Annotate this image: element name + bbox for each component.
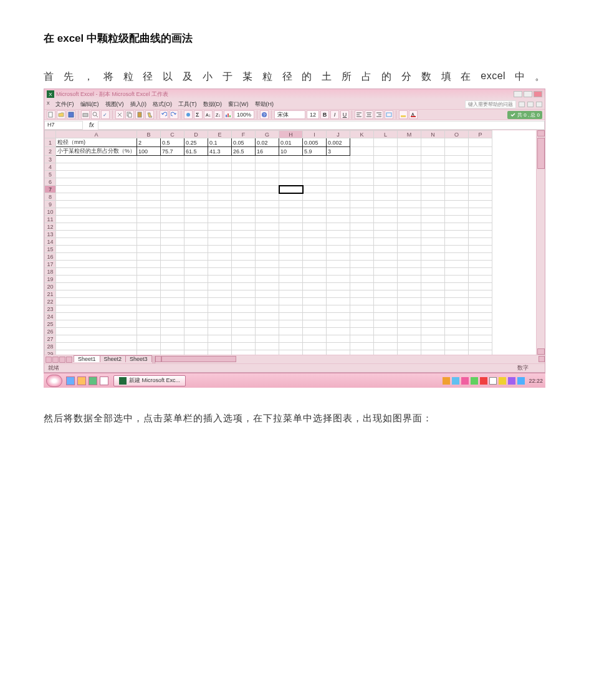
cell[interactable] bbox=[327, 276, 350, 283]
cell[interactable] bbox=[303, 231, 327, 238]
print-preview-icon[interactable] bbox=[91, 110, 100, 119]
cell[interactable] bbox=[398, 313, 421, 320]
cell[interactable] bbox=[445, 283, 469, 290]
cell[interactable] bbox=[232, 290, 256, 298]
row-header[interactable]: 15 bbox=[45, 246, 56, 253]
cell[interactable] bbox=[208, 223, 232, 231]
cell[interactable] bbox=[279, 231, 303, 238]
cell[interactable] bbox=[327, 178, 350, 186]
cell[interactable] bbox=[279, 350, 303, 355]
cell[interactable] bbox=[184, 216, 208, 223]
cell[interactable] bbox=[56, 253, 137, 261]
cell[interactable] bbox=[469, 328, 492, 335]
cell[interactable]: 0.05 bbox=[232, 138, 256, 147]
cell[interactable] bbox=[232, 193, 256, 201]
cell[interactable]: 16 bbox=[256, 147, 279, 156]
cell[interactable] bbox=[303, 193, 327, 201]
cell[interactable] bbox=[469, 147, 492, 156]
cell[interactable] bbox=[137, 283, 161, 290]
cell[interactable] bbox=[469, 193, 492, 201]
cell[interactable] bbox=[137, 238, 161, 246]
cell[interactable] bbox=[232, 343, 256, 350]
cell[interactable] bbox=[398, 201, 421, 208]
cell[interactable] bbox=[232, 178, 256, 186]
mdi-minimize-button[interactable] bbox=[519, 102, 525, 107]
cell[interactable] bbox=[56, 208, 137, 216]
cell[interactable] bbox=[445, 320, 469, 328]
cell[interactable] bbox=[469, 313, 492, 320]
cell[interactable] bbox=[350, 201, 374, 208]
cell[interactable] bbox=[56, 231, 137, 238]
cell[interactable] bbox=[445, 276, 469, 283]
tray-icon[interactable] bbox=[461, 377, 469, 385]
column-header[interactable]: J bbox=[327, 131, 350, 138]
cell[interactable] bbox=[232, 186, 256, 193]
cell[interactable] bbox=[374, 261, 398, 268]
cell[interactable] bbox=[398, 350, 421, 355]
cell[interactable] bbox=[303, 305, 327, 313]
cell[interactable] bbox=[256, 328, 279, 335]
cell[interactable] bbox=[421, 290, 445, 298]
cell[interactable] bbox=[279, 208, 303, 216]
cell[interactable] bbox=[137, 246, 161, 253]
cell[interactable] bbox=[184, 320, 208, 328]
sheet-tab[interactable]: Sheet3 bbox=[125, 355, 152, 362]
cell[interactable] bbox=[469, 253, 492, 261]
cell[interactable] bbox=[445, 156, 469, 163]
fx-label[interactable]: fx bbox=[89, 122, 94, 128]
cell[interactable] bbox=[208, 343, 232, 350]
cell[interactable] bbox=[279, 156, 303, 163]
cell[interactable] bbox=[184, 163, 208, 171]
cell[interactable] bbox=[421, 223, 445, 231]
cell[interactable] bbox=[303, 290, 327, 298]
cell[interactable] bbox=[421, 201, 445, 208]
cell[interactable] bbox=[56, 276, 137, 283]
cell[interactable] bbox=[374, 283, 398, 290]
cell[interactable] bbox=[137, 171, 161, 178]
row-header[interactable]: 6 bbox=[45, 178, 56, 186]
start-button[interactable] bbox=[46, 375, 62, 387]
cell[interactable] bbox=[256, 253, 279, 261]
cell[interactable] bbox=[445, 223, 469, 231]
cell[interactable] bbox=[208, 171, 232, 178]
mdi-close-button[interactable] bbox=[536, 102, 542, 107]
cell[interactable] bbox=[469, 223, 492, 231]
cell[interactable]: 100 bbox=[137, 147, 161, 156]
column-header[interactable]: M bbox=[398, 131, 421, 138]
cell[interactable] bbox=[303, 276, 327, 283]
cell[interactable] bbox=[232, 261, 256, 268]
sort-desc-icon[interactable]: Z↓ bbox=[214, 110, 223, 119]
row-header[interactable]: 21 bbox=[45, 290, 56, 298]
column-header[interactable]: F bbox=[232, 131, 256, 138]
open-file-icon[interactable] bbox=[57, 110, 65, 119]
cell[interactable] bbox=[279, 335, 303, 343]
cell[interactable] bbox=[137, 231, 161, 238]
cell[interactable] bbox=[56, 186, 137, 193]
cell[interactable] bbox=[445, 231, 469, 238]
cell[interactable] bbox=[184, 261, 208, 268]
cell[interactable] bbox=[161, 298, 184, 305]
cell[interactable] bbox=[327, 223, 350, 231]
scroll-down-arrow[interactable] bbox=[537, 348, 545, 355]
cell[interactable] bbox=[184, 178, 208, 186]
cell[interactable] bbox=[303, 298, 327, 305]
cell[interactable] bbox=[374, 238, 398, 246]
row-header[interactable]: 4 bbox=[45, 163, 56, 171]
horizontal-scroll-thumb[interactable] bbox=[161, 356, 236, 362]
row-header[interactable]: 25 bbox=[45, 320, 56, 328]
cell[interactable] bbox=[137, 223, 161, 231]
tray-icon[interactable] bbox=[508, 377, 515, 385]
cell[interactable] bbox=[161, 163, 184, 171]
cell[interactable] bbox=[303, 238, 327, 246]
cell[interactable] bbox=[421, 138, 445, 147]
row-header[interactable]: 23 bbox=[45, 305, 56, 313]
cell[interactable] bbox=[208, 216, 232, 223]
cell[interactable] bbox=[469, 171, 492, 178]
cell[interactable] bbox=[184, 156, 208, 163]
row-header[interactable]: 19 bbox=[45, 276, 56, 283]
cell[interactable]: 0.01 bbox=[279, 138, 303, 147]
spellcheck-icon[interactable]: ✓ bbox=[101, 110, 110, 119]
cell[interactable] bbox=[445, 246, 469, 253]
cell[interactable] bbox=[350, 276, 374, 283]
cell[interactable] bbox=[374, 138, 398, 147]
